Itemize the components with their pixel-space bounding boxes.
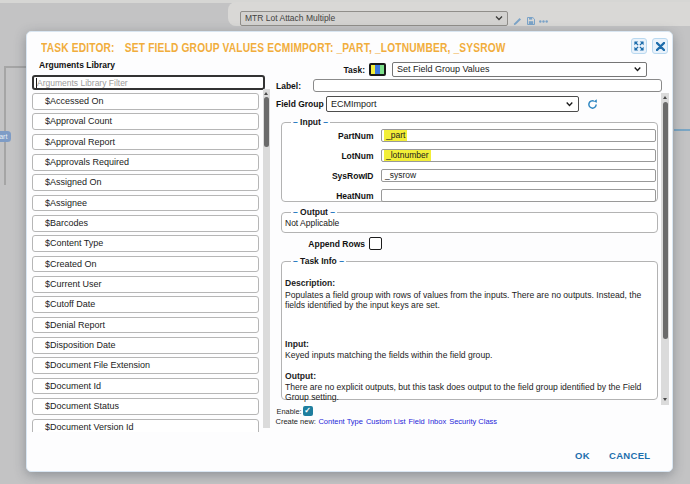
argument-list-item[interactable]: $Document File Extension: [32, 357, 259, 374]
create-new-link[interactable]: Content Type: [318, 417, 362, 426]
lotnum-input[interactable]: _lotnumber: [381, 149, 656, 162]
workflow-connector-line: [4, 66, 6, 185]
workflow-toolbar: MTR Lot Attach Multiple: [228, 2, 690, 26]
arguments-list-scrollbar[interactable]: [263, 89, 271, 428]
input-label: Input:: [285, 339, 309, 349]
input-text: Keyed inputs matching the fields within …: [285, 350, 653, 360]
task-info-content: Description: Populates a field group wit…: [285, 278, 653, 402]
expand-icon: [634, 41, 644, 51]
close-icon: [656, 42, 665, 51]
ok-button[interactable]: OK: [575, 450, 590, 461]
output-not-applicable-text: Not Applicable: [285, 218, 339, 228]
argument-list-item[interactable]: $Denial Report: [32, 317, 259, 334]
text-caret: [36, 78, 37, 89]
more-options-icon[interactable]: [539, 20, 548, 23]
enable-checkbox[interactable]: [303, 406, 313, 416]
scroll-down-arrow[interactable]: [663, 398, 667, 401]
argument-list-item[interactable]: $Document Version Id: [32, 419, 259, 433]
scrollbar-thumb[interactable]: [264, 97, 269, 147]
description-label: Description:: [285, 278, 335, 288]
append-rows-label: Append Rows: [308, 239, 365, 249]
argument-list-item[interactable]: $Content Type: [32, 235, 259, 252]
create-new-link[interactable]: Security Class: [449, 417, 497, 426]
append-rows-checkbox[interactable]: [369, 237, 382, 250]
argument-list-item[interactable]: $Approval Count: [32, 113, 259, 130]
task-label: Task:: [343, 65, 365, 75]
workflow-selector-value: MTR Lot Attach Multiple: [245, 13, 335, 23]
create-new-row: Create new:Content TypeCustom ListFieldI…: [276, 417, 498, 426]
description-text: Populates a field group with rows of val…: [285, 290, 653, 310]
create-new-link[interactable]: Custom List: [366, 417, 406, 426]
enable-row: Enable:: [277, 407, 302, 416]
arguments-library-list: $Accessed On$Approval Count$Approval Rep…: [32, 93, 259, 432]
dialog-title-subject: SET FIELD GROUP VALUES ECMIMPORT: _PART,…: [125, 41, 506, 55]
argument-list-item[interactable]: $Document Id: [32, 378, 259, 395]
sysrowid-label: SysRowID: [332, 171, 374, 181]
sysrowid-input[interactable]: _sysrow: [381, 169, 656, 182]
legend-dash: [328, 207, 335, 217]
scrollbar-thumb[interactable]: [663, 102, 668, 339]
argument-list-item[interactable]: $Created On: [32, 256, 259, 273]
task-panel-scrollbar[interactable]: [661, 93, 669, 405]
legend-dash: [337, 256, 344, 266]
argument-list-item[interactable]: $Approvals Required: [32, 154, 259, 171]
enable-label: Enable:: [277, 407, 302, 416]
lotnum-label: LotNum: [341, 151, 373, 161]
input-legend: Input: [300, 117, 321, 127]
argument-list-item[interactable]: $Assigned On: [32, 174, 259, 191]
refresh-icon[interactable]: [587, 99, 598, 110]
output-text: There are no explicit outputs, but this …: [285, 382, 653, 402]
argument-list-item[interactable]: $Disposition Date: [32, 337, 259, 354]
argument-list-item[interactable]: $Current User: [32, 276, 259, 293]
save-icon[interactable]: [527, 17, 535, 25]
chevron-down-icon: [566, 100, 573, 107]
argument-list-item[interactable]: $Cutoff Date: [32, 296, 259, 313]
workflow-connector-line-blue: [674, 129, 690, 131]
workflow-start-node: Start: [0, 131, 11, 142]
argument-list-item[interactable]: $Barcodes: [32, 215, 259, 232]
output-label: Output:: [285, 371, 316, 381]
chevron-down-icon: [634, 66, 641, 73]
field-group-select[interactable]: ECMImport: [326, 96, 579, 112]
partnum-label: PartNum: [338, 131, 373, 141]
partnum-input[interactable]: _part: [381, 129, 656, 142]
output-legend: Output: [300, 207, 328, 217]
label-field-label: Label:: [276, 81, 301, 91]
close-dialog-button[interactable]: [652, 38, 668, 54]
expand-dialog-button[interactable]: [631, 38, 647, 54]
scroll-up-arrow[interactable]: [663, 96, 667, 99]
heatnum-input[interactable]: [381, 189, 656, 202]
task-select[interactable]: Set Field Group Values: [392, 62, 647, 77]
label-input[interactable]: [313, 79, 662, 92]
argument-list-item[interactable]: $Assignee: [32, 195, 259, 212]
heatnum-label: HeatNum: [336, 191, 373, 201]
argument-list-item[interactable]: $Document Status: [32, 398, 259, 415]
create-new-label: Create new:: [276, 417, 316, 426]
field-group-task-icon: [369, 63, 386, 76]
argument-list-item[interactable]: $Accessed On: [32, 93, 259, 110]
arguments-library-label: Arguments Library: [39, 60, 115, 70]
dialog-title: TASK EDITOR:SET FIELD GROUP VALUES ECMIM…: [41, 41, 506, 55]
task-info-legend: Task Info: [300, 256, 337, 266]
cancel-button[interactable]: CANCEL: [609, 450, 650, 461]
scroll-up-arrow[interactable]: [264, 92, 268, 95]
task-editor-dialog: TASK EDITOR:SET FIELD GROUP VALUES ECMIM…: [26, 31, 673, 472]
legend-dash: [321, 117, 328, 127]
chevron-down-icon: [495, 14, 503, 22]
field-group-label: Field Group: [276, 99, 324, 109]
workflow-selector-dropdown[interactable]: MTR Lot Attach Multiple: [240, 11, 508, 26]
create-new-link[interactable]: Field: [409, 417, 425, 426]
create-new-link[interactable]: Inbox: [428, 417, 446, 426]
edit-pencil-icon[interactable]: [513, 17, 522, 26]
arguments-library-filter-input[interactable]: [32, 75, 265, 90]
workflow-connector-line: [4, 66, 26, 68]
argument-list-item[interactable]: $Approval Report: [32, 134, 259, 151]
dialog-title-prefix: TASK EDITOR:: [41, 41, 115, 55]
